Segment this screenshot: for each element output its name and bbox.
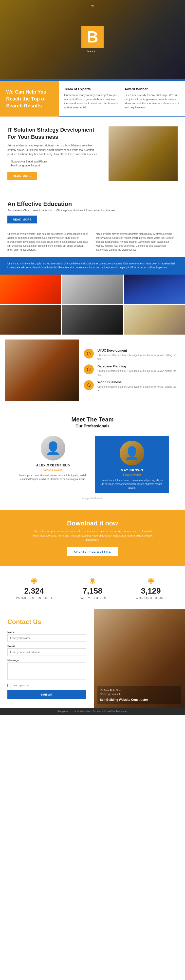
grid-image-office xyxy=(124,305,185,334)
member-name-alex: ALEX GREENFIELD xyxy=(16,463,90,467)
grid-image-person xyxy=(0,305,61,334)
team-experts-title: Team of Experts xyxy=(64,87,120,91)
message-field: Message xyxy=(7,659,86,681)
team-member-may: 👤 MAY BROWN Sales Manager Lorem ipsum do… xyxy=(95,436,169,493)
captcha-text: I can agree the xyxy=(13,684,29,687)
self-building-text: Self-Building Website Constructor xyxy=(100,698,179,702)
stat-label-clients: HAPPY CLIENTS xyxy=(66,597,119,600)
stat-hours: ◉ 3,129 WORKING HOURS xyxy=(122,576,180,600)
logo-text: basic xyxy=(87,49,98,53)
download-button[interactable]: CREATE FREE WEBSITE xyxy=(67,547,118,556)
message-label: Message xyxy=(7,659,86,662)
contact-form: Contact Us Name Email Message I can agre… xyxy=(0,609,94,708)
member-name-may: MAY BROWN xyxy=(99,468,165,472)
hero-logo: B basic xyxy=(81,26,104,53)
avatar-alex: 👤 xyxy=(41,436,65,460)
member-desc-may: Lorem ipsum dolor sit amet, consectetur … xyxy=(99,479,165,490)
captcha-row: I can agree the xyxy=(7,684,86,687)
name-field: Name xyxy=(7,631,86,642)
service-desc-2: Click to select the text box. Click agai… xyxy=(97,369,180,377)
stat-icon-clients: ◉ xyxy=(66,576,119,584)
contact-overlay: It's Start Right Now... Challenge Yourse… xyxy=(97,686,181,704)
it-photo xyxy=(109,126,178,181)
blue-band-text: Ut enim ad minim veniam, quis nostrud ex… xyxy=(7,262,178,270)
team-credit: Images by Freepik xyxy=(7,497,178,500)
edu-text-1: Ut enim ad minim veniam, quis nostrud ex… xyxy=(7,232,90,252)
hero-section: ≡ B basic xyxy=(0,0,185,79)
submit-button[interactable]: SUBMIT xyxy=(7,690,86,699)
blue-band: Ut enim ad minim veniam, quis nostrud ex… xyxy=(0,257,185,275)
email-field: Email xyxy=(7,645,86,656)
stat-label-hours: WORKING HOURS xyxy=(124,597,178,600)
member-role-may: Sales Manager xyxy=(99,473,165,476)
service-icon-3: ⬡ xyxy=(84,380,94,390)
education-columns: Ut enim ad minim veniam, quis nostrud ex… xyxy=(7,232,178,252)
stat-clients: ◉ 7,158 HAPPY CLIENTS xyxy=(63,576,122,600)
service-item-1: ⬡ UI/UX Development Click to select the … xyxy=(84,348,180,361)
award-winner-column: Award Winner Our team is ready for any c… xyxy=(125,87,180,110)
image-grid xyxy=(0,275,185,334)
logo-letter: B xyxy=(87,29,98,45)
team-experts-column: Team of Experts Our team is ready for an… xyxy=(64,87,120,110)
education-read-more-button[interactable]: READ MORE xyxy=(7,216,37,223)
stat-label-projects: PROJECTS FINISHED xyxy=(7,597,61,600)
team-member-alex: 👤 ALEX GREENFIELD Creative Leader Lorem … xyxy=(16,436,90,493)
download-desc: Ultrices leo integer malesuada nunc vel … xyxy=(31,529,154,542)
team-title: Meet The Team xyxy=(7,416,178,423)
stat-number-hours: 3,129 xyxy=(124,586,178,595)
service-item-3: ⬡ World Business Click to select the tex… xyxy=(84,380,180,392)
help-columns: Team of Experts Our team is ready for an… xyxy=(59,81,185,116)
education-title: An Effective Education xyxy=(7,200,178,207)
service-content-1: UI/UX Development Click to select the te… xyxy=(97,348,180,361)
contact-title: Contact Us xyxy=(7,618,86,626)
education-section: An Effective Education Sample text. Clic… xyxy=(0,191,185,257)
team-section: Meet The Team Our Professionals 👤 ALEX G… xyxy=(0,406,185,510)
grid-image-headphones xyxy=(62,305,123,334)
it-desc: Article evident arrived express frightes… xyxy=(7,143,101,156)
member-desc-alex: Lorem ipsum dolor sit amet, consectetur … xyxy=(16,474,90,481)
hamburger-menu[interactable]: ≡ xyxy=(91,4,94,9)
edu-col-1: Ut enim ad minim veniam, quis nostrud ex… xyxy=(7,232,90,252)
download-title: Download it now xyxy=(7,520,178,527)
it-section: IT Solution Strategy Development For You… xyxy=(0,116,185,191)
it-title: IT Solution Strategy Development For You… xyxy=(7,126,101,140)
stat-icon-hours: ◉ xyxy=(124,576,178,584)
team-subtitle: Our Professionals xyxy=(7,424,178,428)
service-title-3: World Business xyxy=(97,380,180,384)
award-title: Award Winner xyxy=(125,87,180,91)
award-desc: Our team is ready for any challenge! We … xyxy=(125,93,180,110)
help-title: We Can Help You Reach the Top of Search … xyxy=(6,88,53,109)
name-label: Name xyxy=(7,631,86,633)
education-subtitle: Sample text. Click to select the text bo… xyxy=(7,209,178,212)
grid-image-city xyxy=(124,275,185,304)
services-section: ⬡ UI/UX Development Click to select the … xyxy=(0,334,185,406)
contact-image-line1: It's Start Right Now... xyxy=(100,689,179,692)
footer-text: Sample text. Use for demo/test. But we b… xyxy=(5,710,180,713)
it-bullet-2: Multi-Language Support xyxy=(7,164,101,167)
services-list: ⬡ UI/UX Development Click to select the … xyxy=(84,348,180,392)
it-read-more-button[interactable]: READ MORE xyxy=(7,172,37,180)
service-icon-2: ⬡ xyxy=(84,364,94,374)
team-experts-desc: Our team is ready for any challenge! We … xyxy=(64,93,120,110)
service-content-2: Database Planning Click to select the te… xyxy=(97,364,180,377)
edu-col-2: Article evident arrived express frightes… xyxy=(96,232,178,252)
service-item-2: ⬡ Database Planning Click to select the … xyxy=(84,364,180,377)
logo-box: B xyxy=(81,26,104,48)
footer: Sample text. Use for demo/test. But we b… xyxy=(0,708,185,715)
help-headline: We Can Help You Reach the Top of Search … xyxy=(0,81,59,116)
service-icon-1: ⬡ xyxy=(84,348,94,358)
help-section: We Can Help You Reach the Top of Search … xyxy=(0,81,185,116)
stat-projects: ◉ 2.324 PROJECTS FINISHED xyxy=(5,576,63,600)
contact-image: It's Start Right Now... Challenge Yourse… xyxy=(94,609,185,708)
service-title-1: UI/UX Development xyxy=(97,348,180,352)
avatar-may: 👤 xyxy=(120,441,144,465)
message-input[interactable] xyxy=(7,662,86,680)
contact-section: Contact Us Name Email Message I can agre… xyxy=(0,609,185,708)
captcha-checkbox[interactable] xyxy=(7,684,11,687)
grid-image-fire xyxy=(0,275,61,304)
name-input[interactable] xyxy=(7,634,86,642)
it-bullet-1: Support via E-mail and Phone xyxy=(7,159,101,164)
services-image xyxy=(5,339,79,401)
team-members: 👤 ALEX GREENFIELD Creative Leader Lorem … xyxy=(7,436,178,493)
email-input[interactable] xyxy=(7,648,86,656)
